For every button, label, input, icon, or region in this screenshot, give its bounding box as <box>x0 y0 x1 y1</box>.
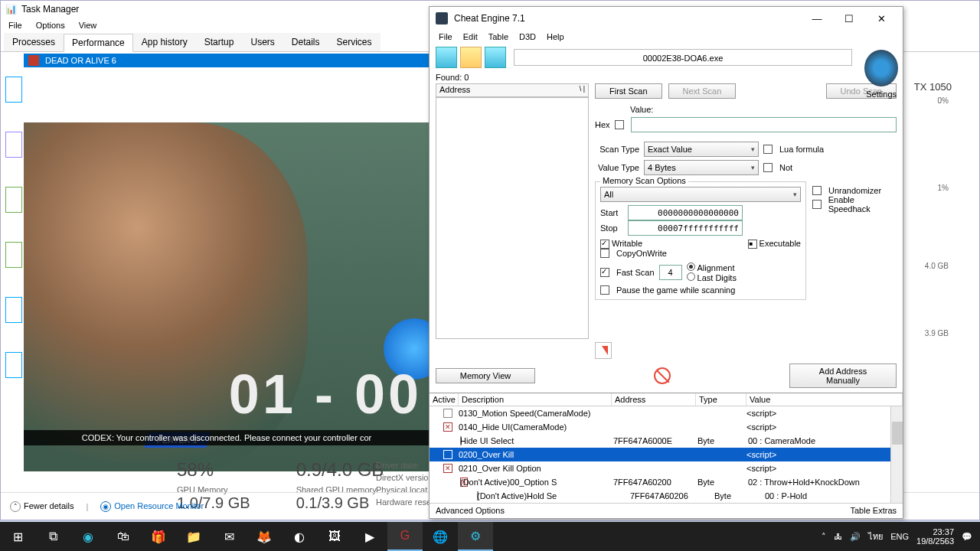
open-file-button[interactable] <box>460 47 482 68</box>
memory-view-button[interactable]: Memory View <box>436 368 535 383</box>
ce-menu-d3d[interactable]: D3D <box>519 32 536 41</box>
mail-icon[interactable]: ✉ <box>211 522 247 551</box>
start-button[interactable]: ⊞ <box>0 522 35 551</box>
tm-menu-file[interactable]: File <box>8 21 22 30</box>
spark-net[interactable] <box>5 242 22 268</box>
col-address[interactable]: Address <box>612 393 696 406</box>
ce-menu-help[interactable]: Help <box>547 32 564 41</box>
ce-titlebar[interactable]: Cheat Engine 7.1 — ☐ ✕ <box>430 7 903 30</box>
tray-chevron-icon[interactable]: ˄ <box>822 532 826 542</box>
spark-mem[interactable] <box>5 132 22 158</box>
active-checkbox[interactable]: ✕ <box>443 464 452 473</box>
explorer-icon[interactable]: 📁 <box>176 522 211 551</box>
table-row[interactable]: ✕(Don't Active)00_Option S7FF647A60200By… <box>430 475 903 489</box>
open-resource-monitor-link[interactable]: Open Resource Monitor <box>114 501 204 510</box>
ce-menu-table[interactable]: Table <box>488 32 508 41</box>
spark-disk[interactable] <box>5 187 22 213</box>
ce-maximize-button[interactable]: ☐ <box>834 9 864 28</box>
gift-icon[interactable]: 🎁 <box>141 522 176 551</box>
ce-logo-icon[interactable] <box>864 50 898 86</box>
settings-link[interactable]: Settings <box>866 90 897 99</box>
table-row[interactable]: ✕0140_Hide UI(CameraMode)<script> <box>430 420 903 434</box>
add-to-list-arrow-icon[interactable] <box>595 342 612 359</box>
tab-processes[interactable]: Processes <box>4 33 64 51</box>
tab-details[interactable]: Details <box>283 33 328 51</box>
ce-minimize-button[interactable]: — <box>802 9 832 28</box>
pause-checkbox[interactable] <box>600 285 609 295</box>
lua-checkbox[interactable] <box>763 145 773 154</box>
col-type[interactable]: Type <box>696 393 746 406</box>
mso-region-select[interactable]: All <box>600 187 801 202</box>
tm-menu-options[interactable]: Options <box>36 21 65 30</box>
tray-clock[interactable]: 23:37 19/8/2563 <box>916 527 954 546</box>
advanced-options-link[interactable]: Advanced Options <box>436 506 505 515</box>
tab-startup[interactable]: Startup <box>196 33 243 51</box>
ce-close-button[interactable]: ✕ <box>866 9 897 28</box>
last-digits-radio[interactable] <box>687 272 695 281</box>
not-checkbox[interactable] <box>763 163 773 172</box>
tab-users[interactable]: Users <box>242 33 283 51</box>
stop-address-input[interactable] <box>628 220 743 236</box>
cow-checkbox[interactable] <box>600 249 609 258</box>
ce-menu-edit[interactable]: Edit <box>463 32 478 41</box>
firefox-icon[interactable]: 🦊 <box>247 522 282 551</box>
tm-selected-process[interactable]: DEAD OR ALIVE 6 <box>24 54 445 67</box>
table-row[interactable]: Hide UI Select7FF647A6000EByte00 : Camer… <box>430 434 903 448</box>
value-input[interactable] <box>631 117 897 132</box>
col-value[interactable]: Value <box>746 393 903 406</box>
media-icon[interactable]: ▶ <box>352 522 387 551</box>
spark-gpu0[interactable] <box>5 297 22 323</box>
task-view-button[interactable]: ⧉ <box>35 522 70 551</box>
start-address-input[interactable] <box>628 205 743 220</box>
globe-icon[interactable]: 🌐 <box>423 522 458 551</box>
open-process-button[interactable] <box>436 47 457 68</box>
tab-performance[interactable]: Performance <box>64 34 133 52</box>
value-type-select[interactable]: 4 Bytes <box>644 160 759 175</box>
add-address-manually-button[interactable]: Add Address Manually <box>789 364 897 388</box>
tray-network-icon[interactable]: 🖧 <box>834 532 842 541</box>
table-scrollbar[interactable] <box>890 406 903 503</box>
ce-menu-file[interactable]: File <box>439 32 452 41</box>
address-list[interactable] <box>436 97 589 339</box>
fast-scan-checkbox[interactable] <box>600 268 609 277</box>
chrome-icon[interactable]: ◐ <box>282 522 317 551</box>
tray-lang-thai[interactable]: ไทย <box>868 530 883 543</box>
speedhack-checkbox[interactable] <box>812 200 822 209</box>
table-extras-link[interactable]: Table Extras <box>850 506 897 515</box>
table-row[interactable]: ✕0210_Over Kill Option<script> <box>430 461 903 475</box>
first-scan-button[interactable]: First Scan <box>595 83 662 99</box>
next-scan-button[interactable]: Next Scan <box>668 83 737 99</box>
collapse-icon[interactable]: ˄ <box>10 501 21 512</box>
col-description[interactable]: Description <box>459 393 612 406</box>
game-taskbar-icon[interactable]: G <box>387 522 423 551</box>
active-checkbox[interactable] <box>443 409 452 418</box>
edge-icon[interactable]: ◉ <box>70 522 106 551</box>
fast-scan-value[interactable] <box>659 265 682 280</box>
table-row[interactable]: (Don't Active)Hold Se7FF647A60206Byte00 … <box>430 489 903 503</box>
table-row[interactable]: 0200_Over Kill<script> <box>430 448 903 461</box>
table-row[interactable]: 0130_Motion Speed(CameraMode)<script> <box>430 406 903 420</box>
scan-type-select[interactable]: Exact Value <box>644 142 759 157</box>
active-checkbox[interactable] <box>443 450 452 459</box>
hex-checkbox[interactable] <box>615 120 624 129</box>
save-button[interactable] <box>485 47 506 68</box>
executable-checkbox[interactable] <box>748 240 757 249</box>
tray-volume-icon[interactable]: 🔊 <box>850 532 861 542</box>
unrandomizer-checkbox[interactable] <box>812 186 822 195</box>
spark-gpu1[interactable] <box>5 352 22 378</box>
tab-services[interactable]: Services <box>328 33 381 51</box>
tray-lang-eng[interactable]: ENG <box>890 532 909 541</box>
store-icon[interactable]: 🛍 <box>106 522 141 551</box>
alignment-radio[interactable] <box>687 262 695 271</box>
spark-cpu[interactable] <box>5 77 22 103</box>
tm-menu-view[interactable]: View <box>79 21 97 30</box>
fewer-details-link[interactable]: Fewer details <box>24 501 74 510</box>
writable-checkbox[interactable] <box>600 240 609 249</box>
col-active[interactable]: Active <box>430 393 459 406</box>
cheat-table-body[interactable]: 0130_Motion Speed(CameraMode)<script>✕01… <box>430 406 903 503</box>
tray-notifications-icon[interactable]: 💬 <box>962 532 972 542</box>
tab-app-history[interactable]: App history <box>133 33 196 51</box>
cheatengine-taskbar-icon[interactable]: ⚙ <box>458 522 493 551</box>
active-checkbox[interactable]: ✕ <box>443 422 452 432</box>
no-entry-icon[interactable] <box>654 367 671 384</box>
